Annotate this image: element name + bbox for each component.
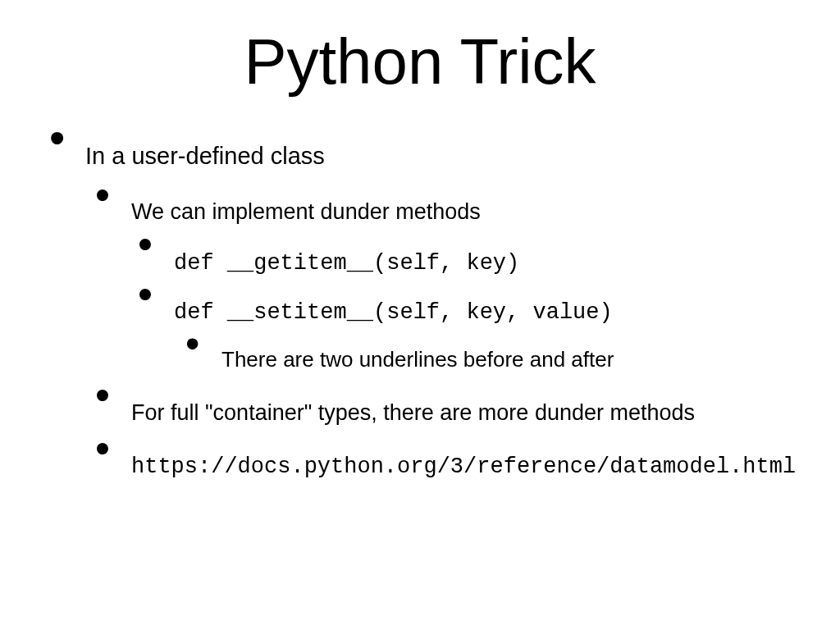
bullet-lvl1: In a user-defined class We can implement… <box>49 140 791 482</box>
url-text: https://docs.python.org/3/reference/data… <box>131 454 796 479</box>
bullet-text: In a user-defined class <box>85 143 325 169</box>
bullet-text: There are two underlines before and afte… <box>221 347 614 372</box>
bullet-sublist: def __getitem__(self, key) def __setitem… <box>131 247 791 375</box>
bullet-text: We can implement dunder methods <box>131 199 481 224</box>
bullet-lvl3: def __getitem__(self, key) <box>138 247 791 278</box>
bullet-lvl3: def __setitem__(self, key, value) There … <box>138 296 791 375</box>
bullet-lvl2: We can implement dunder methods def __ge… <box>95 197 791 374</box>
bullet-lvl2: https://docs.python.org/3/reference/data… <box>95 450 791 482</box>
bullet-lvl2: For full "container" types, there are mo… <box>95 398 791 427</box>
bullet-text: For full "container" types, there are mo… <box>131 400 695 425</box>
slide: Python Trick In a user-defined class We … <box>0 0 840 630</box>
bullet-lvl4: There are two underlines before and afte… <box>185 345 791 374</box>
code-text: def __getitem__(self, key) <box>174 251 519 276</box>
code-text: def __setitem__(self, key, value) <box>174 300 613 325</box>
bullet-list: In a user-defined class We can implement… <box>49 140 791 482</box>
bullet-sublist: We can implement dunder methods def __ge… <box>85 197 791 482</box>
slide-title: Python Trick <box>49 25 791 99</box>
bullet-sublist: There are two underlines before and afte… <box>174 345 791 374</box>
